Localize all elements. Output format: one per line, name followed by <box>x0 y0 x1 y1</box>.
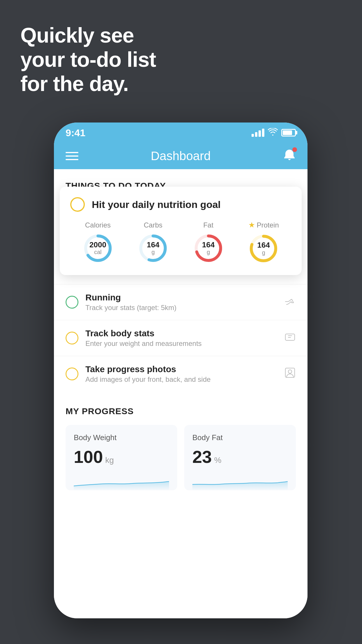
todo-circle-photos <box>66 368 78 380</box>
todo-item-running[interactable]: Running Track your stats (target: 5km) <box>54 284 307 320</box>
my-progress-title: MY PROGRESS <box>66 406 296 416</box>
battery-icon <box>281 129 296 136</box>
nutrition-title: Hit your daily nutrition goal <box>92 199 221 210</box>
todo-sub-body-stats: Enter your weight and measurements <box>85 340 277 348</box>
stat-fat: Fat 164 g <box>192 221 224 264</box>
stat-carbs: Carbs 164 g <box>137 221 169 264</box>
donut-fat-value: 164 <box>202 241 215 249</box>
todo-item-body-stats[interactable]: Track body stats Enter your weight and m… <box>54 320 307 356</box>
todo-sub-photos: Add images of your front, back, and side <box>85 375 277 384</box>
scale-icon <box>284 331 296 345</box>
stat-fat-label: Fat <box>203 221 213 229</box>
my-progress-section: MY PROGRESS Body Weight 100 kg <box>54 392 307 502</box>
status-icons <box>252 128 296 138</box>
todo-list: Running Track your stats (target: 5km) T… <box>54 284 307 392</box>
progress-card-weight[interactable]: Body Weight 100 kg <box>66 425 177 490</box>
todo-item-photos[interactable]: Take progress photos Add images of your … <box>54 356 307 392</box>
progress-weight-title: Body Weight <box>74 433 169 442</box>
weight-chart <box>74 473 169 490</box>
todo-text-body-stats: Track body stats Enter your weight and m… <box>85 328 277 348</box>
todo-name-photos: Take progress photos <box>85 364 277 374</box>
nutrition-stats: Calories 2000 cal Carbs <box>70 220 291 265</box>
nutrition-check-circle[interactable] <box>70 197 85 212</box>
nutrition-card-header: Hit your daily nutrition goal <box>70 197 291 212</box>
menu-button[interactable] <box>66 152 78 160</box>
progress-fat-title: Body Fat <box>192 433 288 442</box>
nutrition-card[interactable]: Hit your daily nutrition goal Calories 2… <box>60 187 302 275</box>
nav-title: Dashboard <box>151 149 210 163</box>
todo-text-photos: Take progress photos Add images of your … <box>85 364 277 384</box>
donut-carbs-value: 164 <box>147 241 159 249</box>
wifi-icon <box>268 128 278 138</box>
todo-sub-running: Track your stats (target: 5km) <box>85 304 277 312</box>
fat-unit: % <box>214 456 222 465</box>
svg-point-10 <box>288 370 292 373</box>
weight-number: 100 <box>74 447 103 467</box>
hero-text: Quickly see your to-do list for the day. <box>20 23 156 96</box>
progress-weight-value: 100 kg <box>74 447 169 467</box>
star-icon: ★ <box>248 220 255 230</box>
todo-circle-body-stats <box>66 332 78 344</box>
stat-carbs-label: Carbs <box>144 221 162 229</box>
nav-bar: Dashboard <box>54 143 307 169</box>
notification-dot <box>292 147 297 152</box>
todo-name-running: Running <box>85 293 277 302</box>
progress-card-fat[interactable]: Body Fat 23 % <box>184 425 296 490</box>
status-bar: 9:41 <box>54 123 307 143</box>
stat-calories-label: Calories <box>85 221 111 229</box>
status-time: 9:41 <box>66 127 85 139</box>
person-icon <box>284 367 296 381</box>
donut-calories: 2000 cal <box>82 232 114 264</box>
donut-fat: 164 g <box>192 232 224 264</box>
weight-unit: kg <box>105 456 114 465</box>
todo-name-body-stats: Track body stats <box>85 328 277 338</box>
phone-content: THINGS TO DO TODAY Hit your daily nutrit… <box>54 169 307 618</box>
stat-protein: ★ Protein 164 g <box>247 220 280 265</box>
todo-circle-running <box>66 296 78 309</box>
signal-icon <box>252 129 264 137</box>
notification-button[interactable] <box>283 148 296 164</box>
donut-carbs: 164 g <box>137 232 169 264</box>
progress-fat-value: 23 % <box>192 447 288 467</box>
progress-cards: Body Weight 100 kg <box>66 425 296 490</box>
running-icon <box>284 296 296 308</box>
donut-protein: 164 g <box>247 232 280 265</box>
stat-calories: Calories 2000 cal <box>82 221 114 264</box>
fat-chart <box>192 473 288 490</box>
phone-mockup: 9:41 Dashboard <box>54 123 307 618</box>
donut-calories-value: 2000 <box>89 241 106 249</box>
todo-text-running: Running Track your stats (target: 5km) <box>85 293 277 312</box>
donut-protein-value: 164 <box>257 241 270 249</box>
stat-protein-label: ★ Protein <box>248 220 279 230</box>
fat-number: 23 <box>192 447 212 467</box>
